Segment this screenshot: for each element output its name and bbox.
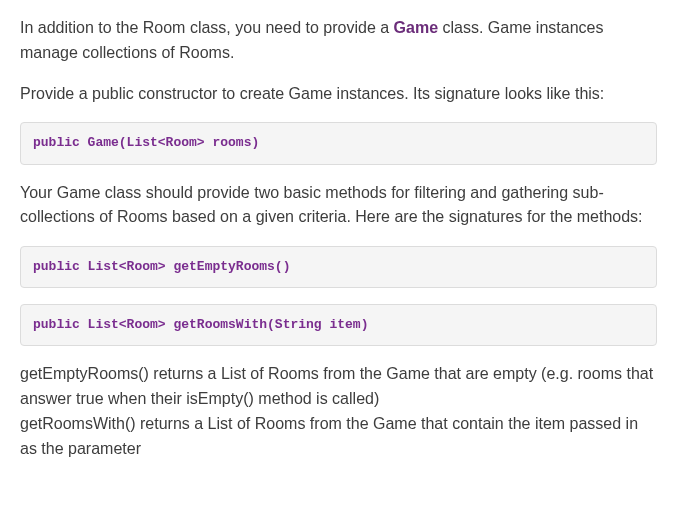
method-descriptions-paragraph: getEmptyRooms() returns a List of Rooms … xyxy=(20,362,657,461)
code-getemptyrooms-signature: public List<Room> getEmptyRooms() xyxy=(20,246,657,288)
keyword-game: Game xyxy=(394,19,438,36)
code-constructor-signature: public Game(List<Room> rooms) xyxy=(20,122,657,164)
getemptyrooms-description: getEmptyRooms() returns a List of Rooms … xyxy=(20,365,653,407)
constructor-intro-paragraph: Provide a public constructor to create G… xyxy=(20,82,657,107)
intro-paragraph: In addition to the Room class, you need … xyxy=(20,16,657,66)
getroomswith-description: getRoomsWith() returns a List of Rooms f… xyxy=(20,415,638,457)
methods-intro-paragraph: Your Game class should provide two basic… xyxy=(20,181,657,231)
code-getroomswith-signature: public List<Room> getRoomsWith(String it… xyxy=(20,304,657,346)
intro-text-prefix: In addition to the Room class, you need … xyxy=(20,19,394,36)
